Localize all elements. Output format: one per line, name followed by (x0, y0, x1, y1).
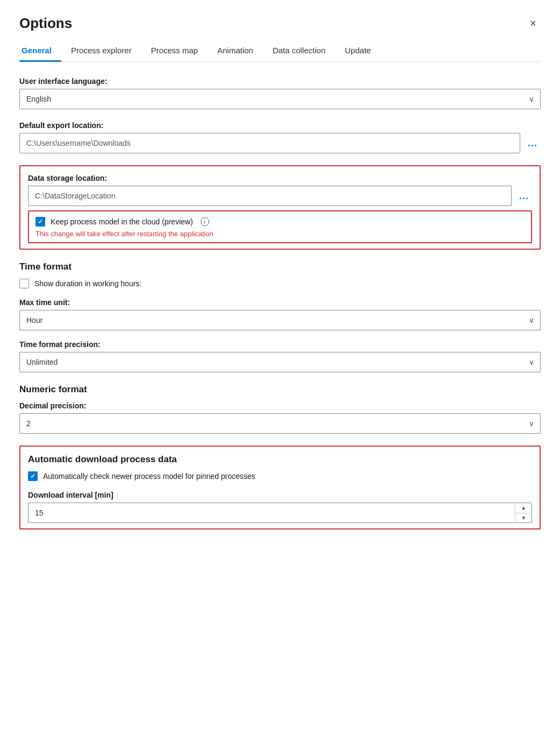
tab-process-explorer[interactable]: Process explorer (61, 40, 141, 62)
data-storage-input[interactable] (28, 186, 512, 206)
tabs-bar: General Process explorer Process map Ani… (19, 40, 541, 62)
download-interval-input[interactable] (28, 503, 532, 523)
data-storage-label: Data storage location: (28, 174, 532, 182)
max-time-unit-select[interactable]: Hour (19, 310, 541, 330)
data-storage-input-wrapper: ... (28, 186, 532, 206)
auto-check-label: Automatically check newer process model … (43, 472, 256, 481)
close-button[interactable]: × (526, 15, 541, 32)
decimal-precision-select-wrapper: 2 ∨ (19, 413, 541, 434)
auto-download-title: Automatic download process data (28, 454, 532, 465)
auto-check-checkbox[interactable] (28, 471, 38, 481)
data-storage-browse-button[interactable]: ... (516, 188, 532, 204)
options-dialog: Options × General Process explorer Proce… (0, 0, 560, 756)
precision-select-wrapper: Unlimited ∨ (19, 352, 541, 372)
restart-warning: This change will take effect after resta… (36, 230, 524, 238)
show-duration-checkbox[interactable] (19, 279, 29, 288)
auto-download-section: Automatic download process data Automati… (19, 446, 541, 529)
download-interval-label: Download interval [min] (28, 491, 532, 499)
numeric-format-title: Numeric format (19, 384, 541, 395)
precision-select[interactable]: Unlimited (19, 352, 541, 372)
tab-process-map[interactable]: Process map (141, 40, 208, 62)
keep-in-cloud-info-icon: i (201, 217, 209, 226)
download-interval-spinner-wrapper: ▲ ▼ (28, 503, 532, 523)
decimal-precision-select[interactable]: 2 (19, 413, 541, 434)
dialog-header: Options × (19, 15, 541, 32)
time-format-title: Time format (19, 262, 541, 272)
download-interval-arrows: ▲ ▼ (515, 503, 532, 523)
dialog-title: Options (19, 15, 72, 32)
ui-language-select[interactable]: English (19, 89, 541, 109)
decimal-precision-label: Decimal precision: (19, 401, 541, 410)
ui-language-select-wrapper: English ∨ (19, 89, 541, 109)
ui-language-label: User interface language: (19, 77, 541, 86)
tab-animation[interactable]: Animation (208, 40, 263, 62)
keep-in-cloud-row: Keep process model in the cloud (preview… (36, 217, 524, 227)
export-location-input[interactable] (19, 133, 520, 153)
keep-in-cloud-checkbox[interactable] (36, 217, 45, 227)
precision-label: Time format precision: (19, 340, 541, 349)
ui-language-section: User interface language: English ∨ (19, 77, 541, 109)
export-location-section: Default export location: ... (19, 121, 541, 153)
export-location-browse-button[interactable]: ... (524, 136, 541, 151)
time-format-section: Time format Show duration in working hou… (19, 262, 541, 372)
download-interval-up-button[interactable]: ▲ (515, 503, 532, 513)
show-duration-row: Show duration in working hours: (19, 279, 541, 288)
keep-in-cloud-label: Keep process model in the cloud (preview… (51, 217, 193, 226)
tab-update[interactable]: Update (335, 40, 380, 62)
show-duration-label: Show duration in working hours: (34, 279, 141, 288)
keep-in-cloud-box: Keep process model in the cloud (preview… (28, 210, 532, 243)
tab-data-collection[interactable]: Data collection (263, 40, 335, 62)
export-location-input-wrapper: ... (19, 133, 541, 153)
download-interval-down-button[interactable]: ▼ (515, 513, 532, 524)
max-time-unit-label: Max time unit: (19, 298, 541, 307)
export-location-label: Default export location: (19, 121, 541, 130)
max-time-unit-select-wrapper: Hour ∨ (19, 310, 541, 330)
numeric-format-section: Numeric format Decimal precision: 2 ∨ (19, 384, 541, 434)
tab-general[interactable]: General (19, 40, 61, 62)
auto-check-row: Automatically check newer process model … (28, 471, 532, 481)
data-storage-section: Data storage location: ... Keep process … (19, 165, 541, 250)
